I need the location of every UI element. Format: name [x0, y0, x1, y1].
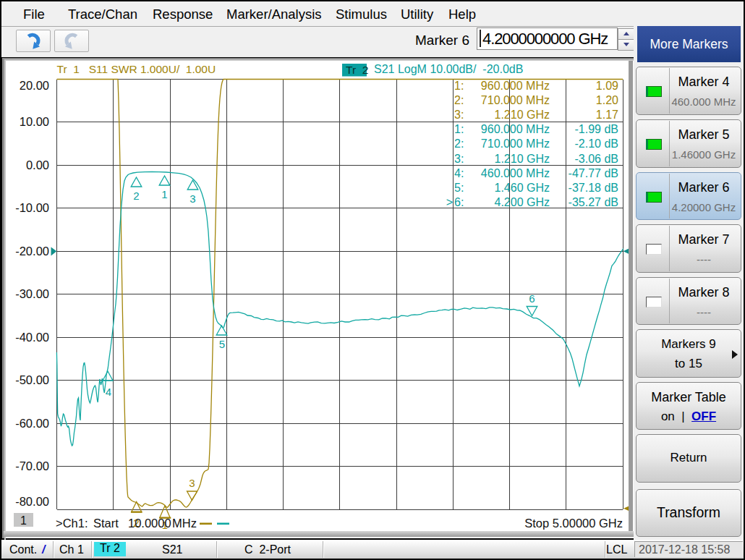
svg-text:-1.99 dB: -1.99 dB [575, 123, 618, 135]
svg-text:>: > [446, 196, 453, 208]
svg-text:1: 1 [20, 514, 27, 527]
svg-text:3: 3 [189, 477, 195, 489]
svg-text:10.0000: 10.0000 [128, 517, 171, 530]
svg-text:-47.77 dB: -47.77 dB [569, 167, 618, 179]
svg-text:-20.00: -20.00 [15, 245, 49, 258]
svg-text:6:: 6: [454, 196, 464, 208]
svg-text:>Ch1:: >Ch1: [56, 517, 88, 530]
svg-text:-50.00: -50.00 [15, 373, 49, 386]
svg-text:S21 LogM 10.00dB/ -20.0dB: S21 LogM 10.00dB/ -20.0dB [374, 63, 523, 75]
svg-text:1:: 1: [454, 123, 464, 135]
svg-text:-70.00: -70.00 [15, 459, 49, 472]
svg-text:710.000 MHz: 710.000 MHz [481, 137, 550, 150]
svg-text:20.00: 20.00 [20, 79, 49, 92]
svg-text:1:: 1: [454, 80, 464, 92]
svg-text:MHz: MHz [172, 517, 197, 530]
svg-text:460.000 MHz: 460.000 MHz [481, 167, 550, 179]
svg-text:-40.00: -40.00 [15, 331, 49, 344]
svg-text:3:: 3: [454, 109, 464, 121]
svg-text:Tr 1 S11 SWR 1.000U/ 1.00U: Tr 1 S11 SWR 1.000U/ 1.00U [57, 63, 216, 75]
svg-text:Stop 5.00000 GHz: Stop 5.00000 GHz [524, 517, 623, 530]
svg-text:1.17: 1.17 [596, 109, 618, 121]
svg-text:-3.06 dB: -3.06 dB [575, 153, 618, 165]
svg-text:Start: Start [93, 517, 119, 530]
svg-text:10.00: 10.00 [20, 115, 49, 128]
svg-text:-10.00: -10.00 [15, 201, 49, 214]
svg-text:4: 4 [106, 386, 111, 398]
svg-text:-80.00: -80.00 [15, 495, 49, 508]
svg-text:0.00: 0.00 [26, 158, 49, 171]
svg-text:1.210 GHz: 1.210 GHz [495, 109, 550, 121]
svg-text:2: 2 [133, 190, 139, 202]
svg-text:-37.18 dB: -37.18 dB [569, 182, 618, 194]
svg-text:960.000 MHz: 960.000 MHz [481, 123, 550, 135]
svg-text:-60.00: -60.00 [15, 417, 49, 430]
svg-text:2:: 2: [454, 94, 464, 106]
svg-text:3: 3 [190, 192, 195, 205]
svg-text:-30.00: -30.00 [15, 287, 49, 300]
svg-text:1: 1 [161, 188, 167, 200]
svg-text:-2.10 dB: -2.10 dB [575, 137, 618, 150]
svg-text:6: 6 [529, 292, 535, 305]
svg-text:Tr 2: Tr 2 [346, 64, 368, 76]
svg-text:5: 5 [219, 338, 225, 350]
svg-text:-35.27 dB: -35.27 dB [569, 196, 618, 208]
svg-text:960.000 MHz: 960.000 MHz [481, 80, 550, 92]
svg-text:4.200 GHz: 4.200 GHz [495, 196, 550, 208]
svg-text:1.210 GHz: 1.210 GHz [495, 153, 550, 165]
svg-text:1.460 GHz: 1.460 GHz [495, 182, 550, 194]
svg-text:1.20: 1.20 [596, 94, 618, 106]
svg-text:1.09: 1.09 [596, 80, 618, 92]
svg-text:4:: 4: [454, 167, 464, 179]
svg-text:5:: 5: [454, 182, 464, 194]
svg-text:710.000 MHz: 710.000 MHz [481, 94, 550, 106]
svg-text:3:: 3: [454, 153, 464, 165]
svg-text:2:: 2: [454, 137, 464, 150]
